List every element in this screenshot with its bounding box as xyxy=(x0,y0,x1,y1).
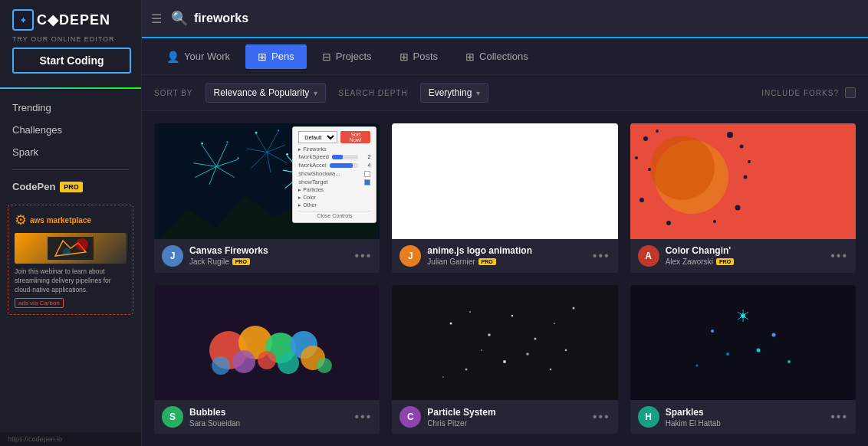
tab-pens[interactable]: ⊞ Pens xyxy=(245,44,307,69)
close-controls-button[interactable]: Close Controls xyxy=(298,211,370,218)
card-menu-bubbles[interactable]: ••• xyxy=(355,410,373,424)
tab-collections[interactable]: ⊞ Collections xyxy=(453,44,541,69)
controls-speed-row: fworkSpeed 2 xyxy=(298,153,370,160)
cards-grid: Default Sort Now! ▸ Fireworks fworkSpeed… xyxy=(142,111,868,446)
sidebar-item-challenges[interactable]: Challenges xyxy=(12,119,129,141)
card-author-particles: Chris Pitzer xyxy=(427,419,467,428)
ad-box[interactable]: ⚙ aws marketplace Join this webinar to l… xyxy=(8,205,133,315)
pro-badge-anime: PRO xyxy=(478,258,496,265)
card-menu-anime[interactable]: ••• xyxy=(593,249,610,263)
svg-point-74 xyxy=(442,376,444,378)
controls-particles-section: ▸ Particles xyxy=(298,187,370,193)
svg-point-45 xyxy=(743,175,747,179)
card-preview-fireworks: Default Sort Now! ▸ Fireworks fworkSpeed… xyxy=(154,123,380,239)
aws-logo: ⚙ aws marketplace xyxy=(15,212,127,228)
svg-rect-61 xyxy=(428,293,581,392)
sidebar-nav: Trending Challenges Spark xyxy=(0,97,141,163)
svg-point-67 xyxy=(554,323,555,324)
search-icon: 🔍 xyxy=(171,10,188,27)
card-title-particles: Particle System xyxy=(427,407,587,418)
card-bubbles[interactable]: S Bubbles Sara Soueidan ••• xyxy=(154,285,380,435)
card-color-changing[interactable]: A Color Changin' Alex Zaworski PRO ••• xyxy=(630,123,856,273)
card-title-fireworks: Canvas Fireworks xyxy=(189,245,349,256)
tab-projects[interactable]: ⊟ Projects xyxy=(310,44,384,69)
card-menu-sparkles[interactable]: ••• xyxy=(830,410,848,424)
card-author-sparkles: Hakim El Hattab xyxy=(666,419,721,428)
svg-point-30 xyxy=(255,132,258,134)
card-author-color: Alex Zaworski xyxy=(666,257,713,266)
svg-point-56 xyxy=(258,351,276,369)
sort-by-value: Relevance & Popularity xyxy=(214,87,310,98)
start-coding-button[interactable]: Start Coding xyxy=(12,48,131,74)
card-preview-bubbles xyxy=(154,285,380,401)
logo: ✦ C◆DEPEN xyxy=(12,9,110,31)
sort-now-button[interactable]: Sort Now! xyxy=(340,131,370,143)
card-footer-bubbles: S Bubbles Sara Soueidan ••• xyxy=(154,400,380,434)
controls-accel-row: fworkAccel 4 xyxy=(298,162,370,169)
svg-point-37 xyxy=(650,136,715,200)
posts-icon: ⊞ xyxy=(399,51,409,63)
card-canvas-fireworks[interactable]: Default Sort Now! ▸ Fireworks fworkSpeed… xyxy=(154,123,380,273)
svg-point-83 xyxy=(787,360,791,363)
svg-point-55 xyxy=(232,350,255,373)
controls-preset-select[interactable]: Default xyxy=(298,131,337,143)
controls-other-section: ▸ Other xyxy=(298,202,370,208)
svg-point-27 xyxy=(201,143,203,145)
svg-point-59 xyxy=(212,356,230,375)
search-depth-select[interactable]: Everything ▾ xyxy=(420,83,489,103)
svg-point-32 xyxy=(286,153,288,156)
card-preview-color xyxy=(630,123,856,239)
card-menu-fireworks[interactable]: ••• xyxy=(355,249,373,263)
aws-icon: ⚙ xyxy=(15,212,27,228)
logo-area: ✦ C◆DEPEN TRY OUR ONLINE EDITOR Start Co… xyxy=(0,0,141,80)
card-author-row-sparkles: Hakim El Hattab xyxy=(666,419,825,428)
collections-icon: ⊞ xyxy=(465,51,475,63)
card-footer-anime: J anime.js logo animation Julian Garnier… xyxy=(392,239,617,273)
card-menu-color[interactable]: ••• xyxy=(830,249,848,263)
sidebar-divider2 xyxy=(12,169,129,170)
svg-point-29 xyxy=(238,157,239,159)
svg-point-69 xyxy=(465,368,468,370)
card-footer-sparkles: H Sparkles Hakim El Hattab ••• xyxy=(630,400,856,434)
sort-by-label: SORT BY xyxy=(154,89,193,97)
codepen-pro-label: CodePen xyxy=(12,181,55,192)
codepen-logo-icon: ✦ xyxy=(12,9,34,31)
card-info-bubbles: Bubbles Sara Soueidan xyxy=(189,407,349,428)
svg-point-46 xyxy=(666,221,671,225)
ads-via-label[interactable]: ads via Carbon xyxy=(15,298,64,308)
shockwave-checkbox[interactable] xyxy=(364,171,370,177)
sort-by-select[interactable]: Relevance & Popularity ▾ xyxy=(205,83,327,103)
card-author-fireworks: Jack Rugile xyxy=(189,257,229,266)
card-particles[interactable]: C Particle System Chris Pitzer ••• xyxy=(392,285,617,435)
card-author-bubbles: Sara Soueidan xyxy=(189,419,240,428)
depth-chevron-icon: ▾ xyxy=(476,89,480,97)
card-menu-particles[interactable]: ••• xyxy=(593,410,610,424)
card-info-sparkles: Sparkles Hakim El Hattab xyxy=(666,407,825,428)
svg-point-79 xyxy=(771,333,775,336)
card-author-row-anime: Julian Garnier PRO xyxy=(427,257,587,266)
card-title-bubbles: Bubbles xyxy=(189,407,349,418)
svg-point-62 xyxy=(450,322,452,324)
card-footer-particles: C Particle System Chris Pitzer ••• xyxy=(392,400,617,434)
card-anime-logo[interactable]: J anime.js logo animation Julian Garnier… xyxy=(392,123,617,273)
svg-point-47 xyxy=(713,220,716,223)
svg-point-63 xyxy=(469,311,471,313)
svg-point-72 xyxy=(527,353,530,356)
card-footer-color: A Color Changin' Alex Zaworski PRO ••• xyxy=(630,239,856,273)
include-forks-checkbox[interactable] xyxy=(845,87,856,98)
tab-posts[interactable]: ⊞ Posts xyxy=(387,44,451,69)
svg-point-60 xyxy=(317,358,332,373)
card-sparkles[interactable]: H Sparkles Hakim El Hattab ••• xyxy=(630,285,856,435)
main-area: ☰ 🔍 👤 Your Work ⊞ Pens ⊟ Projects ⊞ Post… xyxy=(142,0,868,446)
svg-point-81 xyxy=(756,348,760,352)
target-checkbox[interactable] xyxy=(364,179,370,185)
tab-your-work[interactable]: 👤 Your Work xyxy=(154,44,242,69)
sidebar: ✦ C◆DEPEN TRY OUR ONLINE EDITOR Start Co… xyxy=(0,0,142,446)
sidebar-item-spark[interactable]: Spark xyxy=(12,141,129,163)
hamburger-icon[interactable]: ☰ xyxy=(151,11,162,26)
include-forks-row: INCLUDE FORKS? xyxy=(761,87,856,98)
card-avatar-particles: C xyxy=(399,406,421,428)
svg-point-68 xyxy=(503,360,506,363)
search-input[interactable] xyxy=(194,11,859,25)
sidebar-item-trending[interactable]: Trending xyxy=(12,97,129,119)
